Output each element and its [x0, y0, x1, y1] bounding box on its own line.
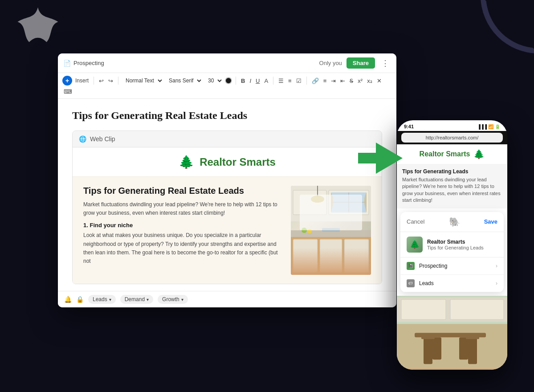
- url-text: http://realtorsmarts.com/: [426, 135, 479, 140]
- note-subtitle: Tips for Generating Leads: [427, 245, 484, 250]
- phone-article-body: Market fluctuations dwindling your lead …: [402, 176, 502, 204]
- underline-button[interactable]: U: [254, 77, 261, 85]
- font-size-select[interactable]: 30: [204, 76, 223, 85]
- phone-article-preview: Tips for Generating Leads Market fluctua…: [397, 164, 507, 208]
- titlebar-left: 📄 Prospecting: [63, 60, 316, 67]
- document-footer: 🔔 🔒 Leads ▾ Demand ▾ Growth ▾: [58, 291, 396, 307]
- font-family-select[interactable]: Sans Serif: [165, 76, 203, 85]
- svg-point-14: [302, 228, 307, 233]
- demand-tag[interactable]: Demand ▾: [120, 295, 153, 304]
- green-arrow: [358, 143, 403, 180]
- save-dialog-note-info: 🌲 Realtor Smarts Tips for Generating Lea…: [400, 232, 504, 257]
- svg-point-15: [307, 229, 312, 233]
- more-format-button[interactable]: ⌨: [62, 87, 73, 96]
- svg-rect-3: [331, 192, 367, 212]
- save-dialog-header: Cancel 🐘 Save: [400, 212, 504, 232]
- document-icon: 📄: [63, 60, 71, 67]
- leads-tag[interactable]: Leads ▾: [88, 295, 116, 304]
- italic-button[interactable]: I: [248, 77, 253, 85]
- note-title: Realtor Smarts: [427, 239, 484, 245]
- subscript-button[interactable]: x₂: [366, 77, 374, 85]
- brand-logo-icon: 🌲: [179, 155, 194, 169]
- svg-rect-25: [466, 336, 479, 339]
- phone-signal: ▐▐▐ 📶 🔋: [477, 124, 500, 129]
- phone-time: 9:41: [404, 124, 414, 129]
- star-decoration: [9, 4, 67, 62]
- signal-bars-icon: ▐▐▐: [477, 124, 487, 129]
- phone-brand-logo-icon: 🌲: [473, 149, 485, 159]
- notebook-arrow-icon: ›: [496, 263, 497, 269]
- brand-bar: 🌲 Realtor Smarts: [73, 147, 382, 177]
- svg-rect-21: [468, 337, 477, 364]
- phone-status-bar: 9:41 ▐▐▐ 📶 🔋: [397, 120, 507, 131]
- kitchen-image: [291, 186, 371, 275]
- toolbar-separator-3: [236, 77, 236, 85]
- undo-button[interactable]: ↩: [98, 77, 105, 85]
- svg-rect-10: [344, 239, 369, 273]
- tag-icon: 🏷: [407, 279, 415, 287]
- indent-button[interactable]: ⇥: [330, 77, 337, 85]
- phone-brand-bar: Realtor Smarts 🌲: [397, 144, 507, 164]
- web-clip-container: 🌐 Web Clip 🌲 Realtor Smarts Tips for Gen…: [72, 131, 382, 284]
- phone-article-title: Tips for Generating Leads: [402, 168, 502, 175]
- growth-tag[interactable]: Growth ▾: [158, 295, 188, 304]
- link-button[interactable]: 🔗: [310, 77, 320, 85]
- color-picker[interactable]: [225, 77, 232, 84]
- note-info-text: Realtor Smarts Tips for Generating Leads: [427, 239, 484, 250]
- lock-icon[interactable]: 🔒: [76, 296, 84, 303]
- leads-tag-arrow: ▾: [109, 297, 111, 302]
- svg-rect-9: [320, 239, 342, 273]
- strikethrough-button[interactable]: S̶: [348, 77, 355, 85]
- save-cancel-button[interactable]: Cancel: [407, 218, 424, 225]
- clear-format-button[interactable]: ✕: [375, 77, 383, 85]
- article-image-column: [291, 186, 371, 275]
- document-main-title: Tips for Generating Real Estate Leads: [72, 110, 382, 122]
- notebook-icon: 📓: [407, 262, 415, 270]
- superscript-button[interactable]: x²: [356, 77, 364, 85]
- svg-point-13: [311, 196, 324, 203]
- document-title: Prospecting: [73, 60, 104, 66]
- text-style-select[interactable]: Normal Text: [122, 76, 163, 85]
- more-options-button[interactable]: ⋮: [379, 57, 391, 69]
- share-button[interactable]: Share: [346, 57, 375, 69]
- desktop-window: 📄 Prospecting Only you Share ⋮ + Insert …: [58, 53, 396, 307]
- phone-url-bar[interactable]: http://realtorsmarts.com/: [401, 133, 503, 143]
- insert-button[interactable]: +: [62, 76, 72, 86]
- wifi-icon: 📶: [488, 124, 493, 129]
- bold-button[interactable]: B: [240, 77, 246, 85]
- redo-button[interactable]: ↪: [107, 77, 114, 85]
- demand-tag-label: Demand: [125, 296, 145, 302]
- phone-kitchen-image: [397, 296, 507, 370]
- save-confirm-button[interactable]: Save: [484, 218, 497, 225]
- globe-icon: 🌐: [79, 135, 86, 143]
- toolbar-separator-5: [306, 77, 307, 85]
- tag-option[interactable]: 🏷 Leads ›: [400, 275, 504, 292]
- tag-arrow-icon: ›: [496, 280, 497, 286]
- align-button[interactable]: ≡: [322, 77, 328, 85]
- article-section: Tips for Generating Real Estate Leads Ma…: [73, 177, 382, 284]
- web-clip-header: 🌐 Web Clip: [73, 131, 382, 147]
- notebook-option[interactable]: 📓 Prospecting ›: [400, 257, 504, 275]
- svg-rect-24: [421, 336, 435, 339]
- svg-marker-16: [358, 143, 403, 174]
- web-clip-label: Web Clip: [90, 135, 115, 143]
- svg-rect-22: [432, 337, 441, 359]
- demand-tag-arrow: ▾: [147, 297, 149, 302]
- insert-label[interactable]: Insert: [74, 77, 90, 85]
- outdent-button[interactable]: ⇤: [339, 77, 346, 85]
- toolbar-separator-4: [273, 77, 273, 85]
- svg-rect-1: [293, 190, 326, 215]
- notebook-label: Prospecting: [419, 263, 491, 269]
- font-color-button[interactable]: A: [263, 77, 269, 85]
- bell-icon[interactable]: 🔔: [64, 296, 72, 303]
- save-dialog: Cancel 🐘 Save 🌲 Realtor Smarts Tips for …: [400, 212, 504, 292]
- numbered-list-button[interactable]: ≡: [287, 77, 293, 85]
- growth-tag-arrow: ▾: [181, 297, 183, 302]
- toolbar-separator-2: [118, 77, 118, 85]
- toolbar: + Insert ↩ ↪ Normal Text Sans Serif 30 B…: [58, 73, 396, 99]
- checklist-button[interactable]: ☑: [295, 77, 303, 85]
- growth-tag-label: Growth: [162, 296, 179, 302]
- bullet-list-button[interactable]: ☰: [277, 77, 285, 85]
- battery-icon: 🔋: [495, 124, 500, 129]
- svg-rect-27: [401, 299, 446, 319]
